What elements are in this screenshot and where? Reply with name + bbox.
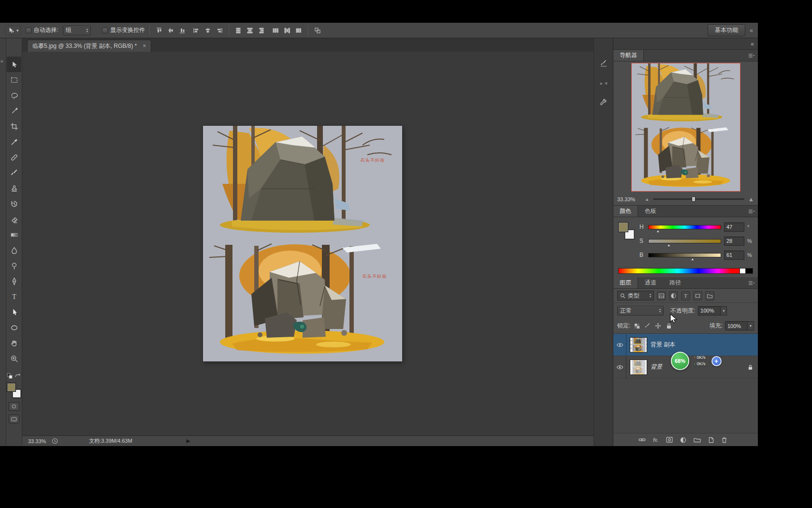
quick-selection-tool[interactable] — [7, 103, 21, 119]
healing-brush-tool[interactable] — [7, 149, 21, 165]
link-layers-icon[interactable] — [638, 437, 646, 443]
gradient-tool[interactable] — [7, 227, 21, 242]
auto-align-layers-icon[interactable] — [313, 26, 322, 35]
saturation-value-field[interactable]: 28 — [724, 237, 744, 246]
hue-slider-thumb[interactable]: ▴ — [657, 229, 659, 233]
lasso-tool[interactable] — [7, 88, 21, 103]
distribute-bottom-icon[interactable] — [257, 26, 266, 35]
filter-pixel-layers-icon[interactable] — [657, 291, 666, 300]
default-colors-icon[interactable] — [7, 373, 13, 379]
screen-mode-button[interactable] — [9, 415, 19, 423]
document-tab[interactable]: 临摹5.jpg @ 33.3% (背景 副本, RGB/8) * × — [27, 40, 151, 52]
filter-smart-object-icon[interactable] — [705, 291, 714, 300]
distribute-right-icon[interactable] — [294, 26, 304, 35]
tab-paths[interactable]: 路径 — [663, 277, 687, 288]
filter-type-layers-icon[interactable]: T — [681, 291, 690, 300]
layer-thumbnail[interactable] — [630, 337, 647, 353]
close-panel-icon[interactable]: × — [605, 81, 608, 86]
history-brush-tool[interactable] — [7, 196, 21, 211]
pen-tool[interactable] — [7, 273, 21, 289]
align-vcenter-icon[interactable] — [166, 26, 175, 35]
navigator-zoom-slider[interactable] — [653, 198, 744, 200]
tool-presets-panel-icon[interactable] — [594, 60, 613, 67]
layer-style-icon[interactable]: fx. — [653, 437, 659, 443]
tab-channels[interactable]: 通道 — [638, 277, 663, 288]
align-bottom-edges-icon[interactable] — [177, 26, 187, 35]
layer-name[interactable]: 背景 副本 — [651, 341, 675, 349]
swap-colors-icon[interactable] — [14, 373, 21, 379]
tab-layers[interactable]: 图层 — [613, 277, 638, 288]
new-adjustment-layer-icon[interactable] — [680, 437, 686, 443]
color-spectrum-ramp[interactable] — [618, 268, 740, 274]
collapse-panels-icon[interactable]: « — [751, 41, 754, 47]
layer-filter-dropdown[interactable]: 类型 ▴▾ — [617, 291, 654, 300]
zoom-slider-thumb[interactable] — [692, 196, 696, 202]
opacity-value-field[interactable]: 100% — [698, 306, 720, 315]
spectrum-white-swatch[interactable] — [740, 268, 745, 274]
collapse-dock-icon[interactable]: « — [750, 27, 753, 34]
auto-select-target-dropdown[interactable]: 组 ▴▾ — [63, 26, 91, 35]
tool-preset-picker[interactable]: ▾ — [5, 25, 21, 35]
auto-select-checkbox[interactable]: 自动选择: — [26, 26, 58, 34]
quick-mask-button[interactable] — [9, 402, 19, 411]
align-right-icon[interactable] — [215, 26, 224, 35]
status-menu-arrow-icon[interactable]: ▶ — [187, 438, 190, 444]
brightness-value-field[interactable]: 61 — [724, 251, 744, 260]
saturation-slider-thumb[interactable]: ▴ — [668, 243, 670, 247]
tab-color[interactable]: 颜色 — [613, 206, 638, 217]
opacity-dropdown-icon[interactable]: ▾ — [720, 306, 727, 315]
lock-pixels-icon[interactable] — [643, 322, 652, 330]
align-hcenter-icon[interactable] — [203, 26, 213, 35]
filter-adjustment-layers-icon[interactable] — [669, 291, 678, 300]
distribute-vcenter-icon[interactable] — [245, 26, 255, 35]
blend-mode-dropdown[interactable]: 正常 ▴▾ — [617, 306, 664, 315]
new-layer-icon[interactable] — [708, 437, 714, 443]
properties-panel-icon[interactable] — [594, 98, 613, 106]
eyedropper-tool[interactable] — [7, 134, 21, 149]
panel-menu-icon[interactable] — [748, 209, 754, 214]
brightness-slider[interactable]: ▴ — [648, 253, 721, 257]
zoom-tool[interactable] — [7, 351, 21, 366]
brush-tool[interactable] — [7, 165, 21, 180]
show-transform-controls-checkbox[interactable]: 显示变换控件 — [102, 26, 145, 34]
lock-transparency-icon[interactable] — [633, 322, 641, 330]
panel-menu-icon[interactable] — [748, 53, 754, 58]
expand-left-dock-icon[interactable]: » — [0, 59, 3, 64]
zoom-in-mountain-icon[interactable]: ▲ — [748, 196, 754, 203]
foreground-color-swatch[interactable] — [7, 383, 16, 392]
hand-tool[interactable] — [7, 335, 21, 351]
lock-position-icon[interactable] — [654, 322, 662, 330]
eraser-tool[interactable] — [7, 211, 21, 227]
clone-stamp-tool[interactable] — [7, 180, 21, 196]
distribute-hcenter-icon[interactable] — [282, 26, 292, 35]
type-tool[interactable]: T — [7, 289, 21, 304]
layer-visibility-toggle[interactable] — [613, 334, 626, 356]
move-tool[interactable] — [7, 57, 21, 72]
blur-tool[interactable] — [7, 242, 21, 258]
expand-panel-icon[interactable]: » — [600, 81, 603, 86]
battery-percent-badge[interactable]: 68% — [671, 352, 689, 370]
brightness-slider-thumb[interactable]: ▴ — [692, 257, 694, 261]
navigator-zoom-field[interactable]: 33.33% — [617, 196, 635, 202]
layer-name[interactable]: 背景 — [651, 363, 662, 371]
layer-thumbnail[interactable] — [630, 359, 647, 375]
status-zoom-field[interactable]: 33.33% — [28, 438, 46, 444]
align-top-edges-icon[interactable] — [154, 26, 164, 35]
new-group-icon[interactable] — [694, 437, 701, 443]
delete-layer-icon[interactable] — [721, 437, 727, 443]
filter-shape-layers-icon[interactable] — [693, 291, 702, 300]
panel-menu-icon[interactable] — [748, 281, 754, 285]
zoom-out-mountain-icon[interactable]: ▲ — [645, 197, 649, 202]
fill-value-field[interactable]: 100% — [725, 321, 747, 330]
workspace-switcher-button[interactable]: 基本功能 — [708, 24, 745, 36]
path-selection-tool[interactable] — [7, 304, 21, 320]
dodge-tool[interactable] — [7, 258, 21, 273]
foreground-color-swatch[interactable] — [618, 222, 628, 232]
navigator-preview[interactable] — [613, 61, 758, 193]
layer-visibility-toggle[interactable] — [613, 356, 626, 378]
overlay-add-button[interactable]: + — [711, 356, 722, 366]
fill-dropdown-icon[interactable]: ▾ — [747, 321, 754, 330]
ellipse-tool[interactable] — [7, 320, 21, 335]
saturation-slider[interactable]: ▴ — [648, 239, 721, 243]
canvas-area[interactable]: 石头不好画 石头不好画 — [22, 52, 594, 435]
